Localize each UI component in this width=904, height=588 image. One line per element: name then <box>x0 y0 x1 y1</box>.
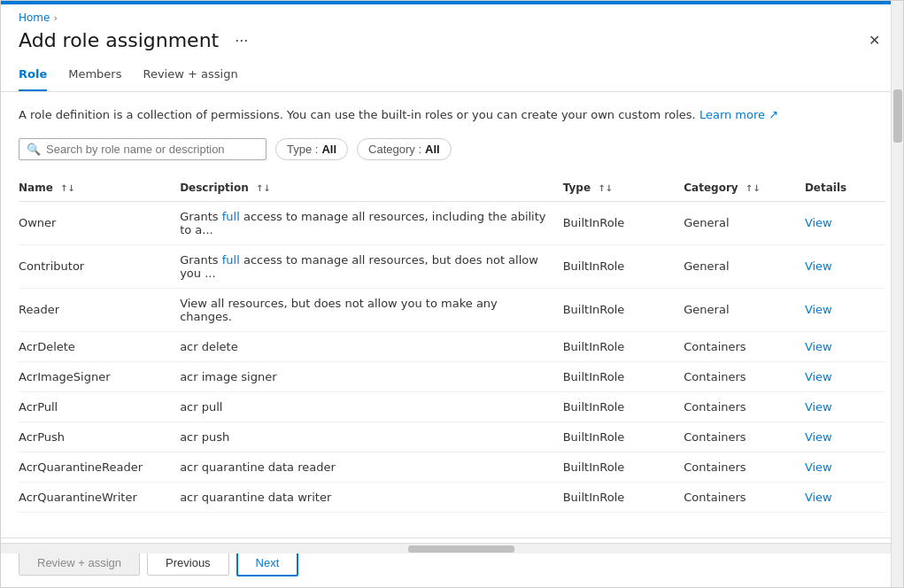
cell-description: acr image signer <box>180 361 563 391</box>
category-filter-value: All <box>425 143 440 156</box>
horizontal-scrollbar[interactable] <box>1 543 891 553</box>
cell-details[interactable]: View <box>805 331 885 361</box>
cell-category: General <box>684 288 805 331</box>
table-row[interactable]: AcrImageSigneracr image signerBuiltInRol… <box>19 361 885 391</box>
view-link[interactable]: View <box>805 370 832 383</box>
category-filter-button[interactable]: Category : All <box>357 138 452 160</box>
page-title: Add role assignment <box>19 29 219 51</box>
table-row[interactable]: OwnerGrants full access to manage all re… <box>19 201 885 244</box>
cell-details[interactable]: View <box>805 391 885 422</box>
cell-category: Containers <box>684 331 805 361</box>
cell-name: Owner <box>19 201 180 244</box>
type-filter-value: All <box>321 143 336 156</box>
cell-details[interactable]: View <box>805 244 885 288</box>
table-row[interactable]: AcrQuarantineReaderacr quarantine data r… <box>19 452 885 482</box>
table-row[interactable]: AcrQuarantineWriteracr quarantine data w… <box>19 482 885 512</box>
view-link[interactable]: View <box>805 259 832 273</box>
search-input[interactable] <box>46 143 259 156</box>
col-header-type[interactable]: Type ↑↓ <box>563 174 684 202</box>
cell-type: BuiltInRole <box>563 482 684 512</box>
cell-details[interactable]: View <box>805 288 885 331</box>
cell-description: acr pull <box>180 391 563 422</box>
cell-name: AcrQuarantineReader <box>19 452 180 482</box>
main-content: A role definition is a collection of per… <box>1 92 903 538</box>
cell-name: AcrPush <box>19 422 180 452</box>
desc-sort-icon: ↑↓ <box>256 183 271 193</box>
cell-description: acr quarantine data reader <box>180 452 563 482</box>
cell-description: Grants full access to manage all resourc… <box>180 244 563 288</box>
cell-details[interactable]: View <box>805 361 885 391</box>
cell-type: BuiltInRole <box>563 244 684 288</box>
search-box[interactable]: 🔍 <box>19 138 267 160</box>
tabs-container: Role Members Review + assign <box>1 60 903 92</box>
cell-description: acr quarantine data writer <box>180 482 563 512</box>
type-filter-label: Type : <box>287 143 318 156</box>
scrollbar-h-thumb[interactable] <box>408 545 514 553</box>
cell-details[interactable]: View <box>805 452 885 482</box>
ellipsis-button[interactable]: ··· <box>229 29 253 51</box>
page-header: Add role assignment ··· ✕ <box>1 27 903 60</box>
cell-type: BuiltInRole <box>563 331 684 361</box>
cell-details[interactable]: View <box>805 201 885 244</box>
tab-role[interactable]: Role <box>19 60 47 91</box>
close-button[interactable]: ✕ <box>863 30 885 50</box>
search-icon: 🔍 <box>27 143 41 156</box>
cell-details[interactable]: View <box>805 422 885 452</box>
type-sort-icon: ↑↓ <box>598 183 613 193</box>
table-row[interactable]: AcrDeleteacr deleteBuiltInRoleContainers… <box>19 331 885 361</box>
col-header-details: Details <box>805 174 885 202</box>
scrollbar-thumb[interactable] <box>893 89 902 143</box>
cell-name: Reader <box>19 288 180 331</box>
cell-type: BuiltInRole <box>563 201 684 244</box>
cell-description: acr delete <box>180 331 563 361</box>
cell-details[interactable]: View <box>805 482 885 512</box>
col-header-name[interactable]: Name ↑↓ <box>19 174 180 202</box>
filter-row: 🔍 Type : All Category : All <box>19 138 885 160</box>
cell-category: General <box>684 244 805 288</box>
table-row[interactable]: ReaderView all resources, but does not a… <box>19 288 885 331</box>
col-header-description[interactable]: Description ↑↓ <box>180 174 563 202</box>
view-link[interactable]: View <box>805 430 832 444</box>
cell-name: AcrPull <box>19 391 180 422</box>
cell-type: BuiltInRole <box>563 422 684 452</box>
learn-more-link[interactable]: Learn more ↗ <box>699 108 778 121</box>
cell-description: acr push <box>180 422 563 452</box>
cell-type: BuiltInRole <box>563 361 684 391</box>
table-header-row: Name ↑↓ Description ↑↓ Type ↑↓ Category … <box>19 174 885 202</box>
view-link[interactable]: View <box>805 216 832 229</box>
table-row[interactable]: AcrPullacr pullBuiltInRoleContainersView <box>19 391 885 422</box>
vertical-scrollbar[interactable] <box>891 1 903 587</box>
view-link[interactable]: View <box>805 400 832 414</box>
description-text: A role definition is a collection of per… <box>19 106 885 124</box>
cell-category: Containers <box>684 452 805 482</box>
cell-category: General <box>684 201 805 244</box>
view-link[interactable]: View <box>805 491 832 504</box>
type-filter-button[interactable]: Type : All <box>275 138 348 160</box>
view-link[interactable]: View <box>805 460 832 474</box>
cell-type: BuiltInRole <box>563 452 684 482</box>
category-filter-label: Category : <box>368 143 421 156</box>
cell-category: Containers <box>684 422 805 452</box>
cell-type: BuiltInRole <box>563 288 684 331</box>
table-row[interactable]: AcrPushacr pushBuiltInRoleContainersView <box>19 422 885 452</box>
category-sort-icon: ↑↓ <box>746 183 761 193</box>
cell-type: BuiltInRole <box>563 391 684 422</box>
view-link[interactable]: View <box>805 340 832 353</box>
review-assign-button[interactable]: Review + assign <box>19 550 140 576</box>
name-sort-icon: ↑↓ <box>60 183 75 193</box>
cell-name: AcrDelete <box>19 331 180 361</box>
cell-name: Contributor <box>19 244 180 288</box>
view-link[interactable]: View <box>805 303 832 316</box>
cell-name: AcrQuarantineWriter <box>19 482 180 512</box>
roles-table: Name ↑↓ Description ↑↓ Type ↑↓ Category … <box>19 174 885 513</box>
previous-button[interactable]: Previous <box>147 550 229 576</box>
cell-description: View all resources, but does not allow y… <box>180 288 563 331</box>
home-link[interactable]: Home <box>19 12 50 24</box>
cell-category: Containers <box>684 361 805 391</box>
breadcrumb: Home › <box>1 4 903 27</box>
tab-members[interactable]: Members <box>68 60 121 91</box>
cell-name: AcrImageSigner <box>19 361 180 391</box>
table-row[interactable]: ContributorGrants full access to manage … <box>19 244 885 288</box>
col-header-category[interactable]: Category ↑↓ <box>684 174 805 202</box>
tab-review-assign[interactable]: Review + assign <box>143 60 237 91</box>
